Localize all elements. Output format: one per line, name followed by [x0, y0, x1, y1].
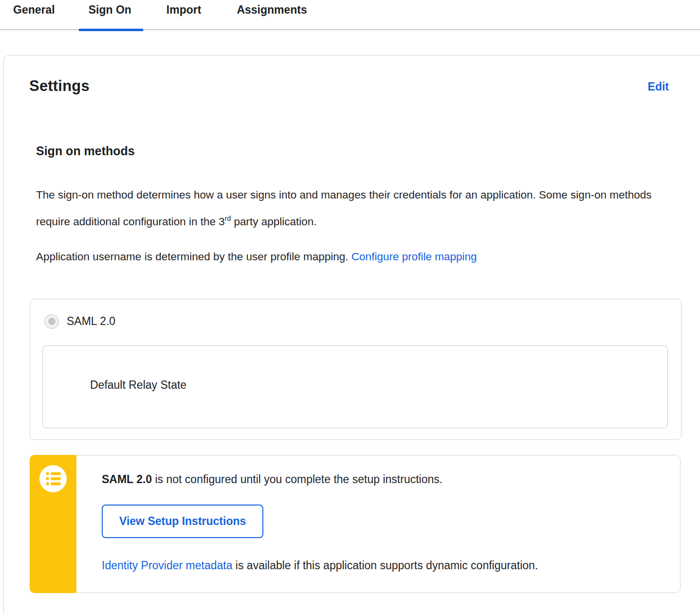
- app-tabbar: General Sign On Import Assignments: [0, 0, 700, 30]
- settings-card: Settings Edit Sign on methods The sign-o…: [3, 55, 700, 614]
- tab-general[interactable]: General: [13, 0, 55, 30]
- description-text-2: party application.: [231, 216, 316, 228]
- callout-message: SAML 2.0 is not configured until you com…: [102, 471, 661, 487]
- callout-content: SAML 2.0 is not configured until you com…: [30, 455, 680, 593]
- application-username-note: Application username is determined by th…: [36, 245, 663, 269]
- page-title: Settings: [29, 77, 90, 95]
- saml-option-box: SAML 2.0 Default Relay State: [30, 299, 682, 440]
- metadata-note-text: is available if this application support…: [232, 559, 538, 572]
- saml-radio-row: SAML 2.0: [30, 299, 681, 329]
- default-relay-state-label: Default Relay State: [43, 346, 667, 392]
- sign-on-methods-description: The sign-on method determines how a user…: [36, 183, 663, 234]
- description-superscript: rd: [225, 215, 231, 222]
- settings-card-header: Settings Edit: [29, 77, 669, 95]
- description-text-1: The sign-on method determines how a user…: [36, 189, 651, 228]
- list-icon: [30, 465, 76, 493]
- configure-profile-mapping-link[interactable]: Configure profile mapping: [351, 251, 477, 263]
- sign-on-methods-heading: Sign on methods: [36, 144, 700, 158]
- tab-import[interactable]: Import: [166, 0, 202, 30]
- default-relay-state-box: Default Relay State: [42, 345, 668, 428]
- tab-assignments[interactable]: Assignments: [237, 0, 307, 30]
- tab-sign-on[interactable]: Sign On: [89, 0, 131, 30]
- view-setup-instructions-button[interactable]: View Setup Instructions: [102, 505, 263, 538]
- metadata-note: Identity Provider metadata is available …: [102, 558, 661, 573]
- edit-link[interactable]: Edit: [648, 80, 669, 93]
- callout-accent-stripe: [30, 455, 76, 593]
- username-note-text: Application username is determined by th…: [36, 251, 351, 263]
- callout-message-bold: SAML 2.0: [102, 473, 152, 486]
- saml-radio-button[interactable]: [44, 314, 59, 329]
- saml-setup-callout: SAML 2.0 is not configured until you com…: [30, 455, 681, 593]
- saml-radio-label: SAML 2.0: [67, 315, 115, 328]
- identity-provider-metadata-link[interactable]: Identity Provider metadata: [102, 559, 232, 572]
- callout-message-text: is not configured until you complete the…: [152, 473, 442, 486]
